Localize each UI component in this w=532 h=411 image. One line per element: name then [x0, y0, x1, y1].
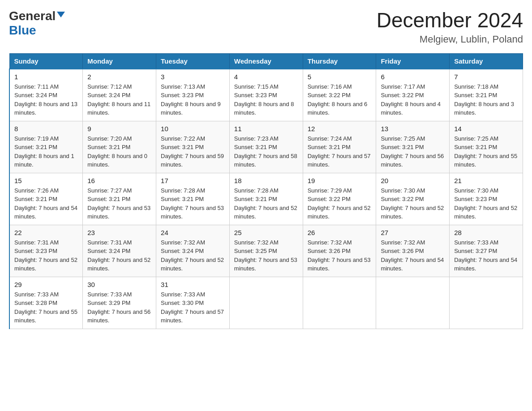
day-info: Sunrise: 7:25 AMSunset: 3:21 PMDaylight:… [454, 134, 518, 169]
calendar-title: December 2024 [377, 9, 523, 32]
week-row-3: 15 Sunrise: 7:26 AMSunset: 3:21 PMDaylig… [9, 173, 523, 225]
day-info: Sunrise: 7:32 AMSunset: 3:24 PMDaylight:… [161, 238, 225, 273]
calendar-cell: 10 Sunrise: 7:22 AMSunset: 3:21 PMDaylig… [156, 121, 230, 173]
week-row-2: 8 Sunrise: 7:19 AMSunset: 3:21 PMDayligh… [9, 121, 523, 173]
day-number: 21 [454, 177, 518, 184]
day-number: 8 [14, 125, 78, 133]
day-number: 20 [381, 177, 445, 184]
day-number: 22 [14, 229, 78, 236]
calendar-cell: 9 Sunrise: 7:20 AMSunset: 3:21 PMDayligh… [83, 121, 156, 173]
day-info: Sunrise: 7:20 AMSunset: 3:21 PMDaylight:… [87, 134, 151, 169]
day-number: 9 [87, 125, 151, 133]
calendar-cell: 29 Sunrise: 7:33 AMSunset: 3:28 PMDaylig… [9, 277, 83, 329]
calendar-cell: 30 Sunrise: 7:33 AMSunset: 3:29 PMDaylig… [83, 277, 156, 329]
column-header-tuesday: Tuesday [156, 53, 230, 69]
calendar-cell: 27 Sunrise: 7:32 AMSunset: 3:26 PMDaylig… [376, 225, 450, 277]
day-number: 19 [308, 177, 372, 184]
column-header-wednesday: Wednesday [229, 53, 303, 69]
day-info: Sunrise: 7:26 AMSunset: 3:21 PMDaylight:… [14, 186, 78, 221]
day-number: 2 [87, 73, 151, 81]
day-info: Sunrise: 7:31 AMSunset: 3:23 PMDaylight:… [14, 238, 78, 273]
calendar-cell [376, 277, 450, 329]
calendar-cell: 6 Sunrise: 7:17 AMSunset: 3:22 PMDayligh… [376, 69, 450, 121]
logo-blue-text: Blue [9, 23, 36, 37]
column-header-monday: Monday [83, 53, 156, 69]
calendar-cell: 13 Sunrise: 7:25 AMSunset: 3:21 PMDaylig… [376, 121, 450, 173]
day-info: Sunrise: 7:28 AMSunset: 3:21 PMDaylight:… [161, 186, 225, 221]
calendar-cell: 22 Sunrise: 7:31 AMSunset: 3:23 PMDaylig… [9, 225, 83, 277]
day-info: Sunrise: 7:11 AMSunset: 3:24 PMDaylight:… [14, 82, 78, 117]
day-number: 12 [308, 125, 372, 133]
day-number: 11 [234, 125, 298, 133]
calendar-cell: 31 Sunrise: 7:33 AMSunset: 3:30 PMDaylig… [156, 277, 230, 329]
week-row-1: 1 Sunrise: 7:11 AMSunset: 3:24 PMDayligh… [9, 69, 523, 121]
day-info: Sunrise: 7:12 AMSunset: 3:24 PMDaylight:… [87, 82, 151, 117]
calendar-cell: 14 Sunrise: 7:25 AMSunset: 3:21 PMDaylig… [450, 121, 523, 173]
calendar-cell: 21 Sunrise: 7:30 AMSunset: 3:23 PMDaylig… [450, 173, 523, 225]
day-number: 10 [161, 125, 225, 133]
calendar-cell: 3 Sunrise: 7:13 AMSunset: 3:23 PMDayligh… [156, 69, 230, 121]
day-number: 18 [234, 177, 298, 184]
day-info: Sunrise: 7:15 AMSunset: 3:23 PMDaylight:… [234, 82, 298, 117]
day-number: 16 [87, 177, 151, 184]
day-number: 29 [14, 281, 78, 288]
day-info: Sunrise: 7:30 AMSunset: 3:23 PMDaylight:… [454, 186, 518, 221]
calendar-cell: 8 Sunrise: 7:19 AMSunset: 3:21 PMDayligh… [9, 121, 83, 173]
day-number: 1 [14, 73, 78, 81]
day-number: 31 [161, 281, 225, 288]
day-info: Sunrise: 7:22 AMSunset: 3:21 PMDaylight:… [161, 134, 225, 169]
day-info: Sunrise: 7:28 AMSunset: 3:21 PMDaylight:… [234, 186, 298, 221]
calendar-cell: 28 Sunrise: 7:33 AMSunset: 3:27 PMDaylig… [450, 225, 523, 277]
day-info: Sunrise: 7:24 AMSunset: 3:21 PMDaylight:… [308, 134, 372, 169]
day-info: Sunrise: 7:30 AMSunset: 3:22 PMDaylight:… [381, 186, 445, 221]
day-info: Sunrise: 7:13 AMSunset: 3:23 PMDaylight:… [161, 82, 225, 117]
day-number: 14 [454, 125, 518, 133]
column-header-saturday: Saturday [450, 53, 523, 69]
calendar-cell: 1 Sunrise: 7:11 AMSunset: 3:24 PMDayligh… [9, 69, 83, 121]
logo-arrow-icon [57, 12, 65, 17]
calendar-cell: 7 Sunrise: 7:18 AMSunset: 3:21 PMDayligh… [450, 69, 523, 121]
day-info: Sunrise: 7:31 AMSunset: 3:24 PMDaylight:… [87, 238, 151, 273]
day-number: 4 [234, 73, 298, 81]
calendar-cell: 12 Sunrise: 7:24 AMSunset: 3:21 PMDaylig… [303, 121, 376, 173]
day-info: Sunrise: 7:32 AMSunset: 3:26 PMDaylight:… [381, 238, 445, 273]
calendar-cell: 20 Sunrise: 7:30 AMSunset: 3:22 PMDaylig… [376, 173, 450, 225]
day-info: Sunrise: 7:33 AMSunset: 3:28 PMDaylight:… [14, 290, 78, 325]
day-number: 5 [308, 73, 372, 81]
day-info: Sunrise: 7:19 AMSunset: 3:21 PMDaylight:… [14, 134, 78, 169]
day-info: Sunrise: 7:32 AMSunset: 3:26 PMDaylight:… [308, 238, 372, 273]
day-info: Sunrise: 7:27 AMSunset: 3:21 PMDaylight:… [87, 186, 151, 221]
calendar-subtitle: Melgiew, Lublin, Poland [377, 34, 523, 45]
day-number: 7 [454, 73, 518, 81]
day-info: Sunrise: 7:33 AMSunset: 3:29 PMDaylight:… [87, 290, 151, 325]
day-info: Sunrise: 7:29 AMSunset: 3:22 PMDaylight:… [308, 186, 372, 221]
day-number: 28 [454, 229, 518, 236]
day-info: Sunrise: 7:17 AMSunset: 3:22 PMDaylight:… [381, 82, 445, 117]
day-info: Sunrise: 7:23 AMSunset: 3:21 PMDaylight:… [234, 134, 298, 169]
day-number: 15 [14, 177, 78, 184]
calendar-cell: 5 Sunrise: 7:16 AMSunset: 3:22 PMDayligh… [303, 69, 376, 121]
day-number: 30 [87, 281, 151, 288]
calendar-cell: 16 Sunrise: 7:27 AMSunset: 3:21 PMDaylig… [83, 173, 156, 225]
day-number: 25 [234, 229, 298, 236]
day-number: 24 [161, 229, 225, 236]
calendar-cell [229, 277, 303, 329]
logo-general-text: General [9, 9, 56, 23]
calendar-cell: 11 Sunrise: 7:23 AMSunset: 3:21 PMDaylig… [229, 121, 303, 173]
calendar-cell [303, 277, 376, 329]
day-number: 6 [381, 73, 445, 81]
day-info: Sunrise: 7:18 AMSunset: 3:21 PMDaylight:… [454, 82, 518, 117]
week-row-5: 29 Sunrise: 7:33 AMSunset: 3:28 PMDaylig… [9, 277, 523, 329]
column-header-friday: Friday [376, 53, 450, 69]
day-number: 13 [381, 125, 445, 133]
column-header-thursday: Thursday [303, 53, 376, 69]
column-header-sunday: Sunday [9, 53, 83, 69]
calendar-cell: 24 Sunrise: 7:32 AMSunset: 3:24 PMDaylig… [156, 225, 230, 277]
calendar-cell: 26 Sunrise: 7:32 AMSunset: 3:26 PMDaylig… [303, 225, 376, 277]
day-info: Sunrise: 7:25 AMSunset: 3:21 PMDaylight:… [381, 134, 445, 169]
calendar-table: SundayMondayTuesdayWednesdayThursdayFrid… [9, 53, 523, 329]
calendar-cell: 23 Sunrise: 7:31 AMSunset: 3:24 PMDaylig… [83, 225, 156, 277]
logo: General Blue [9, 9, 65, 38]
day-number: 17 [161, 177, 225, 184]
title-block: December 2024 Melgiew, Lublin, Poland [377, 9, 523, 45]
